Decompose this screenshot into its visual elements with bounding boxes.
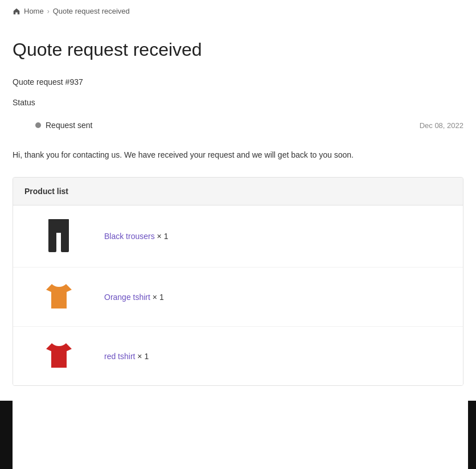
quote-number: Quote request #937 bbox=[13, 77, 463, 87]
product-list-header: Product list bbox=[13, 178, 463, 205]
thank-you-message: Hi, thank you for contacting us. We have… bbox=[13, 149, 463, 161]
main-content: Quote request received Quote request #93… bbox=[0, 22, 476, 409]
status-date: Dec 08, 2022 bbox=[420, 121, 463, 130]
product-info: red tshirt × 1 bbox=[104, 352, 452, 361]
page-title: Quote request received bbox=[13, 39, 463, 60]
product-image-orange-tshirt bbox=[24, 281, 93, 312]
product-list-container: Product list Black trousers × 1 bbox=[13, 177, 463, 386]
breadcrumb: Home › Quote request received bbox=[0, 0, 476, 22]
status-text: Request sent bbox=[46, 121, 93, 130]
status-row: Request sent Dec 08, 2022 bbox=[13, 115, 463, 135]
product-image-trousers bbox=[24, 219, 93, 253]
breadcrumb-separator: › bbox=[47, 7, 50, 15]
status-section-label: Status bbox=[13, 98, 463, 107]
product-qty: × 1 bbox=[157, 232, 169, 241]
product-info: Black trousers × 1 bbox=[104, 232, 452, 241]
product-item: Black trousers × 1 bbox=[13, 205, 463, 268]
product-name-link-orange[interactable]: Orange tshirt bbox=[104, 293, 150, 302]
product-list-title: Product list bbox=[24, 187, 68, 196]
product-qty-red: × 1 bbox=[137, 352, 149, 361]
svg-rect-4 bbox=[61, 231, 69, 252]
product-item: Orange tshirt × 1 bbox=[13, 268, 463, 327]
right-panel-decoration bbox=[468, 401, 476, 409]
orange-tshirt-svg-icon bbox=[43, 281, 75, 312]
breadcrumb-current: Quote request received bbox=[53, 7, 130, 15]
product-image-red-tshirt bbox=[24, 340, 93, 372]
svg-rect-3 bbox=[48, 231, 56, 252]
product-info: Orange tshirt × 1 bbox=[104, 293, 452, 302]
home-icon bbox=[13, 7, 20, 15]
status-dot bbox=[35, 122, 41, 128]
status-left: Request sent bbox=[35, 121, 93, 130]
product-name-link[interactable]: Black trousers bbox=[104, 232, 155, 241]
product-item: red tshirt × 1 bbox=[13, 327, 463, 385]
product-name-link-red[interactable]: red tshirt bbox=[104, 352, 135, 361]
red-tshirt-svg-icon bbox=[43, 340, 75, 372]
left-panel-decoration bbox=[0, 401, 13, 409]
breadcrumb-home-link[interactable]: Home bbox=[24, 7, 44, 15]
product-qty-orange: × 1 bbox=[153, 293, 164, 302]
trousers-svg-icon bbox=[47, 219, 70, 253]
